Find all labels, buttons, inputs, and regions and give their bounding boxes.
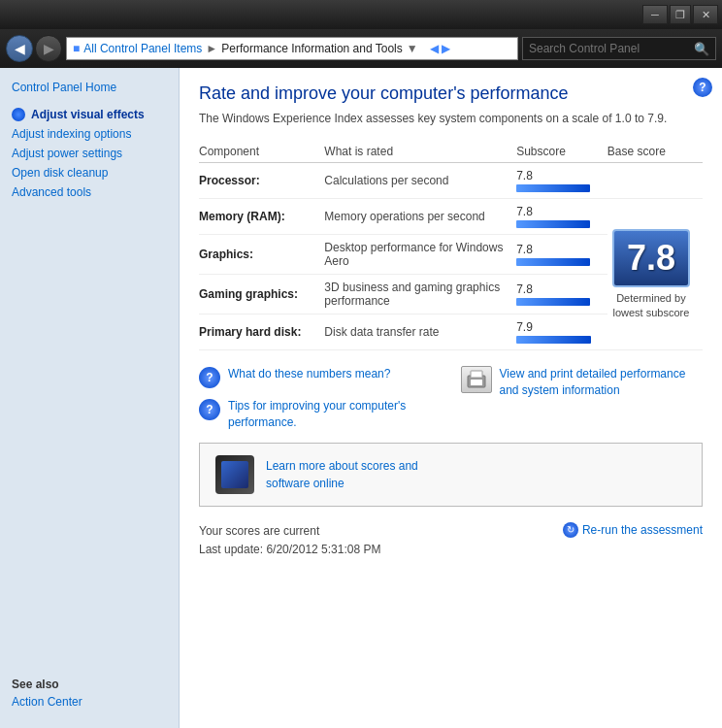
content-area: ? Rate and improve your computer's perfo… — [180, 68, 722, 728]
rated-cell: Calculations per second — [324, 163, 516, 199]
breadcrumb-page: Performance Information and Tools — [221, 42, 403, 55]
link-item-tips: ? Tips for improving your computer's per… — [199, 398, 442, 431]
forward-button[interactable]: ▶ — [35, 35, 62, 62]
search-box: 🔍 — [522, 37, 716, 60]
tips-link[interactable]: Tips for improving your computer's perfo… — [228, 398, 442, 431]
window-controls: ─ ❐ ✕ — [642, 5, 718, 24]
subscore-bar-wrap: 7.8 — [516, 282, 600, 306]
sidebar-item-power[interactable]: Adjust power settings — [0, 144, 179, 163]
what-numbers-link[interactable]: What do these numbers mean? — [228, 366, 390, 382]
rated-cell: Desktop performance for Windows Aero — [324, 235, 516, 275]
active-indicator-icon — [12, 108, 25, 121]
status-text: Your scores are current Last update: 6/2… — [199, 522, 380, 559]
subscore-bar — [516, 336, 591, 344]
svg-rect-2 — [471, 371, 482, 378]
subscore-bar — [516, 258, 589, 266]
table-row: Processor:Calculations per second 7.8 — [199, 163, 703, 199]
question-icon-2: ? — [199, 399, 220, 420]
subscore-bar-wrap: 7.8 — [516, 169, 600, 192]
status-current: Your scores are current — [199, 522, 380, 541]
main-layout: Control Panel Home Adjust visual effects… — [0, 68, 722, 728]
subscore-value: 7.8 — [516, 205, 533, 218]
online-icon — [215, 455, 254, 494]
sidebar-item-home[interactable]: Control Panel Home — [0, 78, 179, 97]
next-icon[interactable]: ▶ — [442, 42, 450, 55]
breadcrumb-separator: ► — [206, 42, 217, 55]
subscore-cell: 7.8 — [516, 275, 607, 314]
page-subtitle: The Windows Experience Index assesses ke… — [199, 112, 703, 125]
rerun-label: Re-run the assessment — [582, 523, 703, 537]
performance-table: Component What is rated Subscore Base sc… — [199, 141, 703, 350]
print-icon — [461, 366, 492, 393]
right-link-area: View and print detailed performance and … — [461, 366, 704, 431]
left-links: ? What do these numbers mean? ? Tips for… — [199, 366, 442, 431]
col-subscore: Subscore — [516, 141, 607, 163]
restore-button[interactable]: ❐ — [670, 5, 691, 24]
subscore-bar-wrap: 7.9 — [516, 320, 600, 344]
nav-arrows: ◀ ▶ — [430, 42, 450, 55]
component-cell: Gaming graphics: — [199, 275, 324, 314]
component-cell: Memory (RAM): — [199, 199, 324, 235]
subscore-bar — [516, 184, 589, 192]
page-title: Rate and improve your computer's perform… — [199, 83, 703, 104]
col-component: Component — [199, 141, 324, 163]
subscore-value: 7.8 — [516, 282, 533, 296]
subscore-cell: 7.8 — [516, 199, 607, 235]
see-also-label: See also — [12, 678, 167, 691]
breadcrumb-icon: ■ — [73, 42, 80, 55]
subscore-cell: 7.8 — [516, 163, 607, 199]
subscore-bar — [516, 220, 589, 228]
subscore-value: 7.8 — [516, 169, 533, 182]
sidebar-bottom: See also Action Center — [0, 668, 179, 718]
minimize-button[interactable]: ─ — [642, 5, 668, 24]
rated-cell: Memory operations per second — [324, 199, 516, 235]
subscore-bar — [516, 298, 589, 306]
rerun-link[interactable]: ↻ Re-run the assessment — [563, 522, 703, 538]
title-bar: ─ ❐ ✕ — [0, 0, 722, 29]
back-button[interactable]: ◀ — [6, 35, 33, 62]
prev-icon[interactable]: ◀ — [430, 42, 439, 55]
subscore-cell: 7.9 — [516, 314, 607, 350]
rerun-icon: ↻ — [563, 522, 578, 538]
sidebar-item-advanced-tools[interactable]: Advanced tools — [0, 182, 179, 202]
sidebar-item-visual-effects[interactable]: Adjust visual effects — [0, 105, 179, 124]
empty-cell — [607, 163, 703, 199]
sidebar: Control Panel Home Adjust visual effects… — [0, 68, 180, 728]
component-cell: Graphics: — [199, 235, 324, 275]
rated-cell: 3D business and gaming graphics performa… — [324, 275, 516, 314]
breadcrumb-dropdown[interactable]: ▼ — [407, 42, 418, 55]
status-update: Last update: 6/20/2012 5:31:08 PM — [199, 541, 380, 559]
table-row: Memory (RAM):Memory operations per secon… — [199, 199, 703, 235]
rated-cell: Disk data transfer rate — [324, 314, 516, 350]
breadcrumb-root[interactable]: All Control Panel Items — [83, 42, 202, 55]
col-rated: What is rated — [324, 141, 516, 163]
subscore-cell: 7.8 — [516, 235, 607, 275]
subscore-bar-wrap: 7.8 — [516, 205, 600, 228]
base-score-cell: 7.8 Determined by lowest subscore — [607, 199, 703, 350]
search-input[interactable] — [529, 42, 690, 55]
status-section: Your scores are current Last update: 6/2… — [199, 522, 703, 559]
print-link[interactable]: View and print detailed performance and … — [500, 366, 686, 399]
online-icon-inner — [221, 461, 248, 488]
online-link[interactable]: Learn more about scores and software onl… — [266, 457, 418, 492]
subscore-bar-wrap: 7.8 — [516, 243, 600, 266]
sidebar-item-indexing[interactable]: Adjust indexing options — [0, 124, 179, 144]
link-item-numbers: ? What do these numbers mean? — [199, 366, 442, 388]
close-button[interactable]: ✕ — [693, 5, 718, 24]
breadcrumb: ■ All Control Panel Items ► Performance … — [66, 37, 518, 60]
online-box: Learn more about scores and software onl… — [199, 443, 703, 507]
col-base-score: Base score — [607, 141, 703, 163]
sidebar-item-label: Adjust visual effects — [31, 108, 145, 121]
question-icon-1: ? — [199, 367, 220, 388]
address-bar: ◀ ▶ ■ All Control Panel Items ► Performa… — [0, 29, 722, 68]
base-score-box: 7.8 — [612, 229, 690, 287]
help-icon[interactable]: ? — [693, 78, 712, 97]
search-icon[interactable]: 🔍 — [694, 42, 709, 56]
links-section: ? What do these numbers mean? ? Tips for… — [199, 366, 703, 431]
svg-rect-1 — [471, 380, 482, 385]
component-cell: Processor: — [199, 163, 324, 199]
sidebar-action-center-link[interactable]: Action Center — [12, 695, 82, 709]
sidebar-item-disk-cleanup[interactable]: Open disk cleanup — [0, 163, 179, 182]
nav-buttons: ◀ ▶ — [6, 35, 62, 62]
subscore-value: 7.8 — [516, 243, 533, 256]
